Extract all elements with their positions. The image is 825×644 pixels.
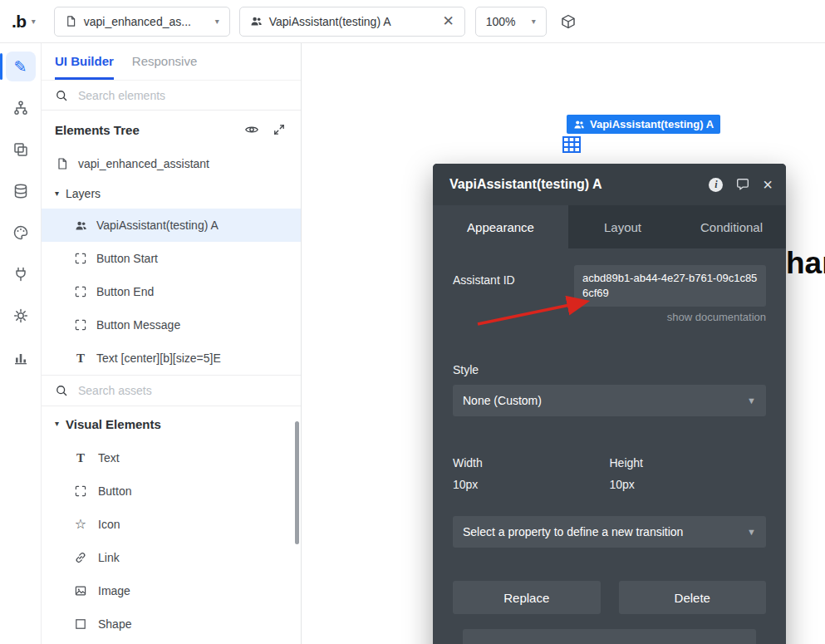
search-assets-row — [42, 375, 301, 406]
palette-item-image[interactable]: Image — [42, 574, 301, 607]
layer-item-button-message[interactable]: Button Message — [42, 308, 301, 342]
element-tab-close-icon[interactable]: ✕ — [442, 14, 454, 28]
palette-item-label: Icon — [98, 518, 120, 531]
element-tab-label: VapiAssistant(testing) A — [269, 15, 391, 28]
layer-item-label: Button End — [96, 285, 154, 298]
palette-item-label: Link — [98, 551, 120, 564]
palette-item-button[interactable]: Button — [42, 474, 301, 508]
style-dropdown[interactable]: None (Custom) ▼ — [453, 385, 766, 416]
replace-button[interactable]: Replace — [453, 581, 601, 614]
rail-data-icon[interactable] — [6, 176, 36, 206]
page-selector-dropdown[interactable]: vapi_enhanced_as... ▾ — [54, 7, 230, 37]
action-buttons-row: Replace Delete — [453, 581, 766, 614]
palette-item-label: Text — [98, 451, 120, 465]
page-selector-label: vapi_enhanced_as... — [84, 15, 191, 28]
panel-scrollbar[interactable] — [295, 421, 299, 544]
star-icon: ☆ — [73, 518, 88, 531]
property-inspector: VapiAssistant(testing) A i × Appearance … — [433, 164, 786, 644]
canvas-heading-fragment[interactable]: hanced — [786, 246, 825, 286]
zoom-dropdown[interactable]: 100% ▾ — [475, 7, 547, 37]
shape-square-icon — [73, 617, 88, 631]
tab-appearance[interactable]: Appearance — [433, 205, 568, 248]
tab-responsive[interactable]: Responsive — [132, 42, 197, 80]
search-elements-input[interactable] — [76, 88, 287, 103]
page-file-icon — [55, 157, 70, 170]
chevron-down-icon: ▼ — [747, 527, 756, 537]
palette-item-label: Shape — [98, 617, 131, 631]
palette-item-shape[interactable]: Shape — [42, 607, 301, 641]
rail-settings-gear-icon[interactable] — [6, 301, 36, 331]
comment-bubble-icon[interactable] — [735, 177, 750, 192]
eye-icon[interactable] — [244, 122, 259, 137]
design-canvas[interactable]: VapiAssistant(testing) A hanced VapiAssi… — [302, 43, 825, 644]
layer-item-button-end[interactable]: Button End — [42, 275, 301, 308]
palette-item-label: Image — [98, 584, 130, 597]
button-element-icon — [73, 252, 88, 265]
clipped-bottom-control[interactable] — [463, 629, 756, 644]
link-chain-icon — [73, 551, 88, 564]
rail-styles-palette-icon[interactable] — [6, 218, 36, 248]
elements-tree-title: Elements Tree — [55, 123, 231, 137]
button-element-icon — [73, 318, 88, 332]
tab-conditional[interactable]: Conditional — [677, 205, 786, 248]
layers-caret-icon: ▾ — [55, 189, 59, 198]
layer-item-vapiassistant[interactable]: VapiAssistant(testing) A — [42, 209, 301, 242]
rail-pages-icon[interactable] — [6, 135, 36, 165]
dimensions-row: Width 10px Height 10px — [453, 456, 766, 491]
width-value: 10px — [453, 478, 610, 491]
logo-menu-caret-icon[interactable]: ▾ — [32, 17, 36, 26]
tree-root-label: vapi_enhanced_assistant — [78, 157, 209, 170]
users-icon — [73, 219, 88, 232]
bubble-editor: .b ▾ vapi_enhanced_as... ▾ VapiAssistant… — [0, 0, 825, 644]
zoom-value: 100% — [486, 15, 516, 28]
width-label: Width — [453, 456, 610, 469]
expand-panel-icon[interactable] — [273, 123, 286, 136]
close-icon[interactable]: × — [763, 176, 773, 193]
palette-item-icon[interactable]: ☆ Icon — [42, 508, 301, 541]
visual-elements-header[interactable]: ▾ Visual Elements — [42, 406, 301, 441]
element-tab[interactable]: VapiAssistant(testing) A ✕ — [239, 7, 465, 37]
inspector-body: Assistant ID acbd89b1-ab44-4e27-b761-09c… — [433, 248, 786, 644]
layer-item-text[interactable]: T Text [center][b][size=5]E — [42, 342, 301, 375]
height-value: 10px — [610, 478, 767, 491]
users-icon — [250, 15, 263, 27]
tab-layout[interactable]: Layout — [568, 205, 677, 248]
table-grid-icon[interactable] — [562, 135, 582, 155]
topbar: .b ▾ vapi_enhanced_as... ▾ VapiAssistant… — [0, 0, 825, 43]
inspector-tabs: Appearance Layout Conditional — [433, 205, 786, 248]
tree-root-item[interactable]: vapi_enhanced_assistant — [42, 149, 301, 179]
text-element-icon: T — [73, 451, 88, 465]
transition-dropdown[interactable]: Select a property to define a new transi… — [453, 516, 766, 548]
assistant-id-row: Assistant ID acbd89b1-ab44-4e27-b761-09c… — [453, 265, 766, 307]
elements-tree-header: Elements Tree — [42, 111, 301, 149]
delete-button[interactable]: Delete — [619, 581, 767, 614]
left-icon-rail: ✎ — [0, 43, 42, 644]
tab-ui-builder[interactable]: UI Builder — [55, 42, 114, 80]
assistant-id-label: Assistant ID — [453, 265, 574, 307]
button-element-icon — [73, 484, 88, 498]
info-icon[interactable]: i — [709, 178, 723, 192]
rail-logs-chart-icon[interactable] — [6, 342, 36, 372]
selected-element-badge[interactable]: VapiAssistant(testing) A — [567, 115, 720, 134]
layer-item-label: VapiAssistant(testing) A — [96, 219, 219, 232]
layers-group-header[interactable]: ▾ Layers — [42, 179, 301, 209]
palette-item-text[interactable]: T Text — [42, 441, 301, 474]
chevron-down-icon: ▼ — [747, 396, 756, 406]
layer-item-button-start[interactable]: Button Start — [42, 242, 301, 275]
search-assets-input[interactable] — [76, 383, 287, 398]
button-element-icon — [73, 285, 88, 298]
search-icon — [55, 89, 68, 102]
search-elements-row — [42, 81, 301, 111]
inspector-header[interactable]: VapiAssistant(testing) A i × — [433, 164, 786, 205]
show-documentation-link[interactable]: show documentation — [453, 311, 766, 323]
transition-dropdown-placeholder: Select a property to define a new transi… — [463, 525, 683, 538]
assistant-id-input[interactable]: acbd89b1-ab44-4e27-b761-09c1c856cf69 — [574, 265, 766, 307]
layer-item-label: Text [center][b][size=5]E — [96, 351, 221, 365]
rail-plugins-icon[interactable] — [6, 259, 36, 289]
rail-design-pencil-icon[interactable]: ✎ — [6, 52, 36, 81]
component-library-icon[interactable] — [560, 13, 577, 30]
rail-workflow-icon[interactable] — [6, 93, 36, 123]
panel-tabs: UI Builder Responsive — [42, 43, 301, 81]
palette-item-link[interactable]: Link — [42, 541, 301, 574]
bubble-logo[interactable]: .b — [12, 12, 27, 32]
